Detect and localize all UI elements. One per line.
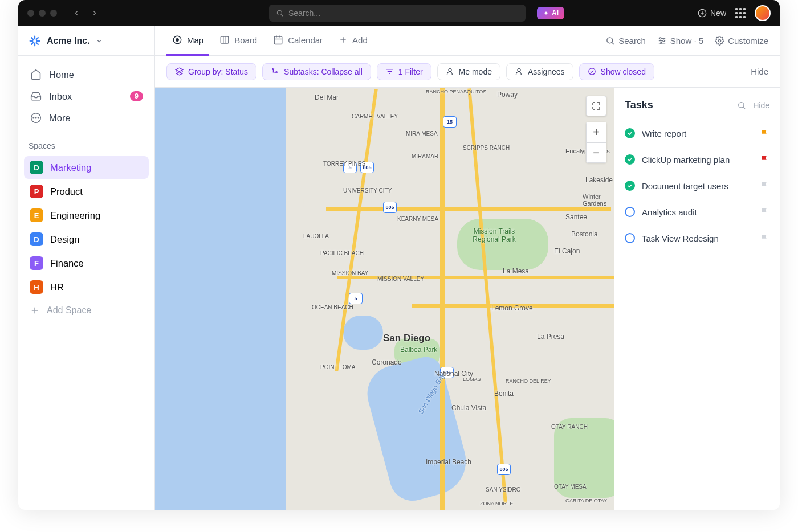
new-button[interactable]: New [698, 9, 726, 18]
svg-point-16 [35, 117, 36, 118]
person-icon [515, 67, 523, 76]
svg-point-0 [277, 10, 282, 15]
plus-icon [339, 35, 348, 44]
space-label: Product [50, 186, 83, 197]
space-icon: D [30, 161, 43, 174]
map-fullscreen[interactable] [586, 96, 606, 116]
window-controls [27, 10, 57, 17]
board-icon [219, 35, 230, 45]
svg-point-48 [588, 68, 595, 75]
search-icon [605, 36, 615, 46]
chip-show-closed[interactable]: Show closed [579, 63, 654, 80]
task-item[interactable]: Write report [625, 120, 769, 146]
flag-icon[interactable] [760, 207, 769, 216]
tab-map[interactable]: Map [166, 26, 209, 56]
view-search[interactable]: Search [605, 36, 646, 46]
person-icon [446, 67, 454, 76]
flag-icon[interactable] [760, 181, 769, 190]
svg-line-32 [612, 43, 614, 44]
space-item-product[interactable]: PProduct [24, 180, 149, 203]
space-item-design[interactable]: DDesign [24, 228, 149, 251]
nav-inbox[interactable]: Inbox 9 [24, 85, 149, 107]
search-placeholder: Search... [288, 9, 320, 18]
task-item[interactable]: Task View Redesign [625, 225, 769, 251]
nav-home[interactable]: Home [24, 64, 149, 85]
task-check-done[interactable] [625, 128, 635, 138]
svg-point-46 [449, 69, 451, 72]
svg-line-50 [743, 107, 745, 109]
global-search[interactable]: Search... [269, 5, 526, 22]
search-icon[interactable] [737, 101, 746, 110]
flag-icon[interactable] [760, 155, 769, 164]
task-check-open[interactable] [625, 233, 635, 243]
tab-board[interactable]: Board [214, 26, 263, 56]
inbox-badge: 9 [130, 91, 143, 101]
map-zoom-in[interactable]: + [586, 122, 606, 142]
filter-hide[interactable]: Hide [751, 67, 768, 76]
svg-point-36 [659, 38, 661, 39]
nav-label: Home [49, 69, 74, 80]
plus-icon [30, 305, 40, 316]
flag-icon[interactable] [760, 129, 769, 138]
svg-line-10 [31, 38, 33, 39]
svg-rect-22 [221, 36, 229, 43]
space-icon: E [30, 208, 43, 222]
chip-subtasks[interactable]: Subtasks: Collapse all [262, 63, 371, 80]
space-icon: F [30, 256, 43, 270]
apps-menu[interactable] [735, 8, 746, 18]
nav-forward[interactable] [87, 5, 103, 21]
view-customize[interactable]: Customize [715, 36, 768, 46]
svg-point-42 [276, 72, 278, 73]
space-label: Finance [50, 258, 84, 269]
space-label: Design [50, 234, 79, 245]
space-item-marketing[interactable]: DMarketing [24, 156, 149, 179]
view-show[interactable]: Show · 5 [657, 36, 703, 46]
traffic-min[interactable] [39, 10, 46, 17]
space-item-engineering[interactable]: EEngineering [24, 204, 149, 227]
workspace-logo-icon [28, 35, 41, 47]
pin-icon [172, 35, 182, 45]
nav-back[interactable] [68, 5, 84, 21]
nav-label: More [49, 113, 71, 124]
map-zoom-out[interactable]: − [586, 142, 606, 163]
user-avatar[interactable] [755, 5, 771, 21]
tasks-hide[interactable]: Hide [753, 101, 769, 110]
ai-button[interactable]: AI [537, 7, 564, 19]
search-icon [276, 9, 284, 17]
spaces-label: Spaces [18, 129, 154, 155]
chip-me-mode[interactable]: Me mode [437, 63, 500, 80]
calendar-icon [273, 35, 283, 45]
chip-group[interactable]: Group by: Status [166, 63, 256, 80]
task-check-done[interactable] [625, 154, 635, 165]
sidebar: Acme Inc. Home Inbox 9 More Spaces [18, 26, 155, 510]
tab-calendar[interactable]: Calendar [267, 26, 328, 56]
task-item[interactable]: Analytics audit [625, 199, 769, 225]
nav-more[interactable]: More [24, 107, 149, 129]
task-item[interactable]: ClickUp marketing plan [625, 146, 769, 173]
subtask-icon [271, 67, 279, 76]
space-icon: H [30, 280, 43, 294]
flag-icon[interactable] [760, 234, 769, 243]
traffic-max[interactable] [50, 10, 57, 17]
space-item-finance[interactable]: FFinance [24, 252, 149, 275]
svg-line-13 [36, 38, 38, 39]
gear-icon [715, 36, 724, 46]
traffic-close[interactable] [27, 10, 34, 17]
chip-filter[interactable]: 1 Filter [377, 63, 431, 80]
workspace-switcher[interactable]: Acme Inc. [18, 26, 154, 56]
task-item[interactable]: Document target users [625, 173, 769, 199]
space-label: Marketing [50, 162, 91, 173]
svg-point-2 [545, 12, 548, 15]
tab-add[interactable]: Add [333, 26, 373, 56]
svg-point-47 [518, 69, 520, 72]
svg-point-31 [607, 38, 613, 43]
task-check-open[interactable] [625, 207, 635, 217]
svg-point-39 [719, 39, 721, 42]
map-canvas[interactable]: 15 805 5 805 5 805 805 San Diego La Mesa… [155, 88, 614, 510]
task-check-done[interactable] [625, 181, 635, 191]
space-item-hr[interactable]: HHR [24, 276, 149, 298]
chip-assignees[interactable]: Assignees [506, 63, 573, 80]
layers-icon [175, 67, 184, 76]
add-space-button[interactable]: Add Space [18, 300, 154, 321]
nav-label: Inbox [49, 91, 72, 102]
